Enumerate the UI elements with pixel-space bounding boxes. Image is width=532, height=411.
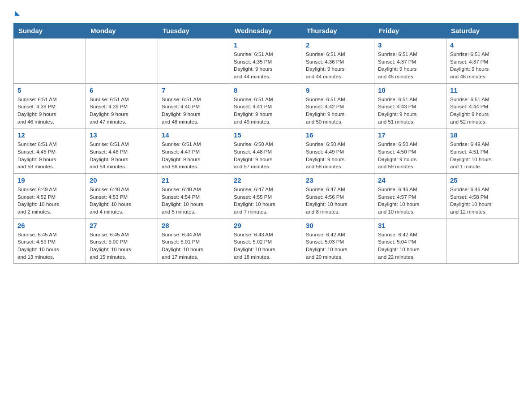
weekday-header-sunday: Sunday — [14, 23, 86, 39]
calendar-cell — [158, 39, 230, 84]
calendar-cell: 2Sunrise: 6:51 AM Sunset: 4:36 PM Daylig… — [302, 39, 374, 84]
day-info: Sunrise: 6:42 AM Sunset: 5:03 PM Dayligh… — [306, 231, 370, 261]
day-info: Sunrise: 6:49 AM Sunset: 4:51 PM Dayligh… — [450, 141, 515, 171]
day-number: 20 — [90, 176, 154, 184]
calendar-week-3: 12Sunrise: 6:51 AM Sunset: 4:45 PM Dayli… — [14, 128, 519, 174]
day-number: 27 — [90, 222, 154, 229]
day-number: 26 — [17, 222, 82, 229]
day-info: Sunrise: 6:51 AM Sunset: 4:37 PM Dayligh… — [450, 51, 515, 81]
day-number: 14 — [162, 131, 226, 139]
calendar-cell: 21Sunrise: 6:48 AM Sunset: 4:54 PM Dayli… — [158, 174, 230, 219]
calendar-cell: 28Sunrise: 6:44 AM Sunset: 5:01 PM Dayli… — [158, 218, 230, 264]
calendar-cell — [86, 39, 158, 84]
calendar-cell: 17Sunrise: 6:50 AM Sunset: 4:50 PM Dayli… — [374, 128, 446, 174]
calendar-cell: 19Sunrise: 6:49 AM Sunset: 4:52 PM Dayli… — [14, 174, 86, 219]
weekday-header-tuesday: Tuesday — [158, 23, 230, 39]
day-info: Sunrise: 6:51 AM Sunset: 4:41 PM Dayligh… — [234, 96, 298, 126]
calendar-cell: 20Sunrise: 6:48 AM Sunset: 4:53 PM Dayli… — [86, 174, 158, 219]
day-number: 22 — [234, 176, 298, 184]
day-number: 25 — [450, 176, 515, 184]
day-info: Sunrise: 6:51 AM Sunset: 4:42 PM Dayligh… — [306, 96, 370, 126]
calendar-cell: 31Sunrise: 6:42 AM Sunset: 5:04 PM Dayli… — [374, 218, 446, 264]
day-number: 8 — [234, 86, 298, 94]
day-number: 4 — [450, 41, 515, 49]
weekday-header-saturday: Saturday — [446, 23, 519, 39]
day-info: Sunrise: 6:48 AM Sunset: 4:54 PM Dayligh… — [162, 186, 226, 216]
day-number: 23 — [306, 176, 370, 184]
day-info: Sunrise: 6:49 AM Sunset: 4:52 PM Dayligh… — [17, 186, 82, 216]
day-number: 19 — [17, 176, 82, 184]
calendar-cell: 29Sunrise: 6:43 AM Sunset: 5:02 PM Dayli… — [230, 218, 302, 264]
calendar-cell: 6Sunrise: 6:51 AM Sunset: 4:39 PM Daylig… — [86, 83, 158, 128]
calendar-cell: 7Sunrise: 6:51 AM Sunset: 4:40 PM Daylig… — [158, 83, 230, 128]
calendar-cell: 16Sunrise: 6:50 AM Sunset: 4:49 PM Dayli… — [302, 128, 374, 174]
day-number: 10 — [378, 86, 442, 94]
day-info: Sunrise: 6:51 AM Sunset: 4:45 PM Dayligh… — [17, 141, 82, 171]
day-info: Sunrise: 6:43 AM Sunset: 5:02 PM Dayligh… — [234, 231, 298, 261]
calendar-cell — [14, 39, 86, 84]
day-number: 17 — [378, 131, 442, 139]
day-info: Sunrise: 6:46 AM Sunset: 4:57 PM Dayligh… — [378, 186, 442, 216]
calendar-cell: 15Sunrise: 6:50 AM Sunset: 4:48 PM Dayli… — [230, 128, 302, 174]
logo-triangle-icon — [15, 11, 20, 16]
day-number: 11 — [450, 86, 515, 94]
day-info: Sunrise: 6:51 AM Sunset: 4:46 PM Dayligh… — [90, 141, 154, 171]
day-number: 29 — [234, 222, 298, 229]
calendar-cell: 12Sunrise: 6:51 AM Sunset: 4:45 PM Dayli… — [14, 128, 86, 174]
weekday-header-friday: Friday — [374, 23, 446, 39]
day-info: Sunrise: 6:47 AM Sunset: 4:55 PM Dayligh… — [234, 186, 298, 216]
calendar-cell: 1Sunrise: 6:51 AM Sunset: 4:35 PM Daylig… — [230, 39, 302, 84]
calendar-cell — [446, 218, 519, 264]
day-info: Sunrise: 6:51 AM Sunset: 4:40 PM Dayligh… — [162, 96, 226, 126]
weekday-header-row: SundayMondayTuesdayWednesdayThursdayFrid… — [14, 23, 519, 39]
day-info: Sunrise: 6:51 AM Sunset: 4:35 PM Dayligh… — [234, 51, 298, 81]
day-number: 13 — [90, 131, 154, 139]
page-header — [13, 9, 519, 16]
day-number: 28 — [162, 222, 226, 229]
day-number: 15 — [234, 131, 298, 139]
day-number: 30 — [306, 222, 370, 229]
weekday-header-monday: Monday — [86, 23, 158, 39]
day-number: 31 — [378, 222, 442, 229]
calendar-cell: 22Sunrise: 6:47 AM Sunset: 4:55 PM Dayli… — [230, 174, 302, 219]
day-number: 7 — [162, 86, 226, 94]
calendar-cell: 14Sunrise: 6:51 AM Sunset: 4:47 PM Dayli… — [158, 128, 230, 174]
day-info: Sunrise: 6:48 AM Sunset: 4:53 PM Dayligh… — [90, 186, 154, 216]
day-info: Sunrise: 6:46 AM Sunset: 4:58 PM Dayligh… — [450, 186, 515, 216]
calendar-cell: 4Sunrise: 6:51 AM Sunset: 4:37 PM Daylig… — [446, 39, 519, 84]
day-info: Sunrise: 6:51 AM Sunset: 4:37 PM Dayligh… — [378, 51, 442, 81]
calendar-cell: 25Sunrise: 6:46 AM Sunset: 4:58 PM Dayli… — [446, 174, 519, 219]
day-info: Sunrise: 6:50 AM Sunset: 4:49 PM Dayligh… — [306, 141, 370, 171]
day-number: 5 — [17, 86, 82, 94]
day-number: 18 — [450, 131, 515, 139]
day-number: 2 — [306, 41, 370, 49]
day-info: Sunrise: 6:42 AM Sunset: 5:04 PM Dayligh… — [378, 231, 442, 261]
logo — [13, 9, 20, 16]
calendar-cell: 26Sunrise: 6:45 AM Sunset: 4:59 PM Dayli… — [14, 218, 86, 264]
day-number: 16 — [306, 131, 370, 139]
calendar-cell: 5Sunrise: 6:51 AM Sunset: 4:38 PM Daylig… — [14, 83, 86, 128]
day-info: Sunrise: 6:50 AM Sunset: 4:50 PM Dayligh… — [378, 141, 442, 171]
day-number: 21 — [162, 176, 226, 184]
calendar-cell: 11Sunrise: 6:51 AM Sunset: 4:44 PM Dayli… — [446, 83, 519, 128]
day-info: Sunrise: 6:51 AM Sunset: 4:43 PM Dayligh… — [378, 96, 442, 126]
calendar-cell: 8Sunrise: 6:51 AM Sunset: 4:41 PM Daylig… — [230, 83, 302, 128]
day-info: Sunrise: 6:44 AM Sunset: 5:01 PM Dayligh… — [162, 231, 226, 261]
calendar-cell: 24Sunrise: 6:46 AM Sunset: 4:57 PM Dayli… — [374, 174, 446, 219]
calendar-cell: 3Sunrise: 6:51 AM Sunset: 4:37 PM Daylig… — [374, 39, 446, 84]
calendar-cell: 13Sunrise: 6:51 AM Sunset: 4:46 PM Dayli… — [86, 128, 158, 174]
calendar-week-5: 26Sunrise: 6:45 AM Sunset: 4:59 PM Dayli… — [14, 218, 519, 264]
day-info: Sunrise: 6:45 AM Sunset: 5:00 PM Dayligh… — [90, 231, 154, 261]
weekday-header-wednesday: Wednesday — [230, 23, 302, 39]
calendar-cell: 30Sunrise: 6:42 AM Sunset: 5:03 PM Dayli… — [302, 218, 374, 264]
day-info: Sunrise: 6:51 AM Sunset: 4:38 PM Dayligh… — [17, 96, 82, 126]
calendar-week-4: 19Sunrise: 6:49 AM Sunset: 4:52 PM Dayli… — [14, 174, 519, 219]
calendar-header: SundayMondayTuesdayWednesdayThursdayFrid… — [14, 23, 519, 39]
day-info: Sunrise: 6:45 AM Sunset: 4:59 PM Dayligh… — [17, 231, 82, 261]
day-info: Sunrise: 6:51 AM Sunset: 4:44 PM Dayligh… — [450, 96, 515, 126]
calendar-table: SundayMondayTuesdayWednesdayThursdayFrid… — [13, 23, 519, 264]
day-number: 3 — [378, 41, 442, 49]
day-number: 24 — [378, 176, 442, 184]
calendar-week-1: 1Sunrise: 6:51 AM Sunset: 4:35 PM Daylig… — [14, 39, 519, 84]
calendar-cell: 23Sunrise: 6:47 AM Sunset: 4:56 PM Dayli… — [302, 174, 374, 219]
